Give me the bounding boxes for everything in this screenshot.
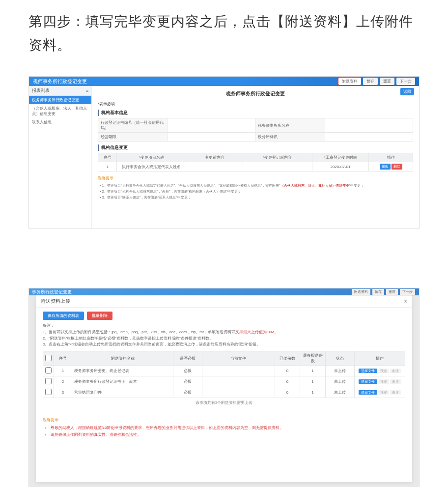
close-icon[interactable]: × <box>404 298 407 305</box>
step-heading: 第四步：填写完毕变更内容之后，点击【附送资料】上传附件资料。 <box>28 10 420 57</box>
sidebar: 报表列表 ≡ 税务师事务所行政登记变更 （合伙人或股东、法人、其他人员）信息变更… <box>29 86 92 229</box>
select-all-checkbox[interactable] <box>45 355 52 361</box>
table-row: 1 执行事务合伙人或法定代表人姓名 2020-07-01 修改 删除 <box>98 162 413 172</box>
attach-button[interactable]: 附送资料 <box>338 78 361 85</box>
row-checkbox[interactable] <box>45 389 52 395</box>
remark-button[interactable]: 备注 <box>390 379 401 384</box>
change-table: 序号 *变更项目名称 变更前内容 *变更登记后内容 *工商登记变更时间 操作 1… <box>98 153 413 172</box>
choose-file-button[interactable]: 选择文件 <box>359 390 377 395</box>
upload-table: 序号 附送资料名称 是否必报 当前文件 已传份数 最多报送份数 状态 操作 1税… <box>43 351 405 398</box>
required-tip: 表示必填 <box>98 101 413 107</box>
row-checkbox[interactable] <box>45 378 52 384</box>
table-row: 2税务师事务所行政登记证书正、副本必报01未上传选择文件预览备注 <box>43 376 405 387</box>
bg-header: 事务所行政登记变更 附送资料 暂存 重置 下一步 <box>29 288 419 295</box>
bg-save-button[interactable]: 暂存 <box>372 289 384 295</box>
section-basic-title: 机构基本信息 <box>98 110 413 116</box>
remark-button[interactable]: 备注 <box>390 390 401 395</box>
topbar: 税师事务所行政登记变更 附送资料 暂存 重置 下一步 <box>29 77 419 86</box>
warn-list: • 1、变更项目“执行事务合伙人或法定代表人姓名”、“合伙人或股东人员信息”、“… <box>98 183 413 201</box>
preview-button[interactable]: 预览 <box>378 369 389 373</box>
modal-title: 附送资料上传 <box>41 298 70 305</box>
menu-icon: ≡ <box>86 88 88 93</box>
next-button[interactable]: 下一步 <box>396 78 415 85</box>
bg-reset-button[interactable]: 重置 <box>386 289 398 295</box>
sidebar-item-contact[interactable]: 联系人信息 <box>29 118 91 126</box>
batch-delete-button[interactable]: 批量删除 <box>87 312 112 320</box>
delete-button[interactable]: 删除 <box>392 164 402 170</box>
table-row: 1税务师事务所变更、终止登记表必报01未上传选择文件预览备注 <box>43 366 405 376</box>
screenshot-change-form: 税师事务所行政登记变更 附送资料 暂存 重置 下一步 报表列表 ≡ 税务师事务所… <box>28 76 420 229</box>
bg-next-button[interactable]: 下一步 <box>400 289 415 295</box>
preview-button[interactable]: 预览 <box>378 390 389 395</box>
bg-attach-button[interactable]: 附送资料 <box>352 289 370 295</box>
warn2-heading: 温馨提示 <box>43 417 405 423</box>
screenshot-upload-modal: 事务所行政登记变更 附送资料 暂存 重置 下一步 附送资料上传 × 保存所填的资… <box>28 288 420 487</box>
upload-modal: 附送资料上传 × 保存所填的资料表 批量删除 备注： 1、当前可以支持上传的附件… <box>36 295 412 482</box>
upload-summary: 该事项共有3个附送资料需要上传 <box>43 398 405 407</box>
save-button[interactable]: 暂存 <box>363 78 378 85</box>
preview-button[interactable]: 预览 <box>378 379 389 384</box>
notes: 备注： 1、当前可以支持上传的附件类型包括：jpg、bmp、png、pdf、xl… <box>43 323 405 348</box>
return-button[interactable]: 返回 <box>400 88 414 95</box>
page-title: 税务师事务所行政登记变更 <box>98 90 413 97</box>
remark-button[interactable]: 备注 <box>390 369 401 373</box>
topbar-title: 税师事务所行政登记变更 <box>33 78 87 85</box>
main-panel: 返回 税务师事务所行政登记变更 表示必填 机构基本信息 行政登记证书编号（统一社… <box>92 86 419 229</box>
edit-button[interactable]: 修改 <box>380 164 391 170</box>
basic-info-table: 行政登记证书编号（统一社会信用代码） 税务师事务所名称 经营期限 设分所标识 <box>98 118 413 142</box>
reset-button[interactable]: 重置 <box>380 78 394 85</box>
warn-heading: 温馨提示 <box>98 175 413 181</box>
warn2-list: 尊敬的纳税人，根据纳服规范3.0简化申报资料的要求，您所办理的业务只需提供以上资… <box>43 425 405 438</box>
sidebar-item-partner[interactable]: （合伙人或股东、法人、其他人员）信息变更 <box>29 104 91 118</box>
row-checkbox[interactable] <box>45 367 52 373</box>
save-attachments-button[interactable]: 保存所填的资料表 <box>43 312 84 320</box>
sidebar-header: 报表列表 ≡ <box>29 86 91 96</box>
table-row: 3营业执照复印件必报01未上传选择文件预览备注 <box>43 387 405 398</box>
choose-file-button[interactable]: 选择文件 <box>359 369 377 373</box>
section-change-title: 机构信息变更 <box>98 144 413 151</box>
sidebar-item-main[interactable]: 税务师事务所行政登记变更 <box>29 96 91 104</box>
choose-file-button[interactable]: 选择文件 <box>359 379 377 384</box>
